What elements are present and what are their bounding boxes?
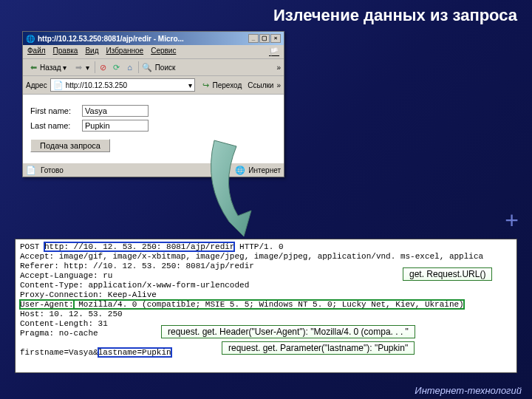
raw-line-9: Content-Length: 31 [20,319,108,328]
ie-icon: 🌐 [26,35,35,43]
chevron-down-icon[interactable]: ▾ [188,81,192,89]
links-label[interactable]: Ссылки [248,81,273,89]
url-highlight: http: //10. 12. 53. 250: 8081/ajp/redir [44,242,234,251]
maximize-button[interactable]: ▢ [259,34,270,43]
flag-icon: 🏳️ [269,47,279,57]
minimize-button[interactable]: _ [248,34,259,43]
chevron-down-icon: ▾ [63,64,66,72]
forward-button[interactable]: ➡ ▾ [72,61,92,73]
go-icon: ↪ [201,80,211,90]
back-label: Назад [40,64,61,72]
go-button[interactable]: ↪ Переход [198,79,245,91]
chevron-down-icon: ▾ [86,64,89,72]
raw-line-5: Content-Type: application/x-www-form-url… [20,281,249,290]
status-text: Готово [41,166,64,174]
raw-line-10: Pragma: no-cache [20,329,98,338]
slide-title: Излечение данных из запроса [0,0,532,33]
raw-line-8: Host: 10. 12. 53. 250 [20,310,123,318]
menu-file[interactable]: Файл [27,47,46,57]
address-input[interactable]: 📄 http://10.12.53.250 ▾ [50,78,195,92]
close-button[interactable]: × [270,34,281,43]
address-bar: Адрес 📄 http://10.12.53.250 ▾ ↪ Переход … [23,76,284,95]
chevron-down-icon: » [276,81,281,89]
menu-tools[interactable]: Сервис [151,47,176,57]
raw-line-7: User-Agent: Mozilla/4. 0 (compatible; MS… [20,300,464,309]
page-icon: 📄 [53,80,64,90]
chevron-down-icon: » [276,64,281,72]
firstname-label: First name: [30,106,82,115]
address-value: http://10.12.53.250 [66,81,127,89]
ua-val-highlight: Mozilla/4. 0 (compatible; MSIE 5. 5; Win… [74,300,464,309]
raw-line-6: Proxy-Connection: Keep-Alive [20,290,157,299]
param-highlight: lastname=Pupkin [98,348,171,357]
back-button[interactable]: ⬅ Назад ▾ [26,61,69,73]
menu-bar: Файл Правка Вид Избранное Сервис 🏳️ [23,45,284,59]
raw-line-2: Accept: image/gif, image/x-xbitmap, imag… [20,252,483,261]
callout-geturl: get. Request.URL() [403,267,492,281]
menu-favorites[interactable]: Избранное [106,47,143,57]
menu-view[interactable]: Вид [85,47,98,57]
callout-getparameter: request. get. Parameter("lastname"): "Pu… [222,341,415,355]
lastname-label: Last name: [30,121,82,130]
submit-button[interactable]: Подача запроса [30,139,110,152]
raw-line-1: POST http: //10. 12. 53. 250: 8081/ajp/r… [20,242,283,251]
stop-icon[interactable]: ⊘ [98,62,109,72]
address-label: Адрес [26,81,47,89]
go-label: Переход [213,81,242,89]
toolbar: ⬅ Назад ▾ ➡ ▾ ⊘ ⟳ ⌂ 🔍 Поиск » [23,59,284,76]
raw-line-4: Accept-Language: ru [20,271,112,280]
callout-getheader: request. get. Header("User-Agent"): "Moz… [161,325,415,338]
page-icon: 📄 [26,165,36,175]
search-label: Поиск [155,64,176,72]
ua-key-highlight: User-Agent: [20,300,74,309]
window-title: http://10.12.53.250:8081/ajp/redir - Mic… [38,35,248,43]
arrow-left-icon: ⬅ [28,62,38,72]
footer-text: Интернет-технологий [415,385,522,396]
refresh-icon[interactable]: ⟳ [112,62,122,72]
home-icon[interactable]: ⌂ [125,62,135,72]
lastname-input[interactable] [82,120,149,132]
arrow-connector [200,133,303,236]
arrow-right-icon: ➡ [74,62,84,72]
plus-decoration: + [505,207,519,234]
raw-line-3: Referer: http: //10. 12. 53. 250: 8081/a… [20,262,254,270]
window-titlebar: 🌐 http://10.12.53.250:8081/ajp/redir - M… [23,32,284,45]
menu-edit[interactable]: Правка [53,47,78,57]
firstname-input[interactable] [82,105,149,117]
search-icon[interactable]: 🔍 [142,62,152,72]
raw-line-11: firstname=Vasya&lastname=Pupkin [20,348,171,357]
